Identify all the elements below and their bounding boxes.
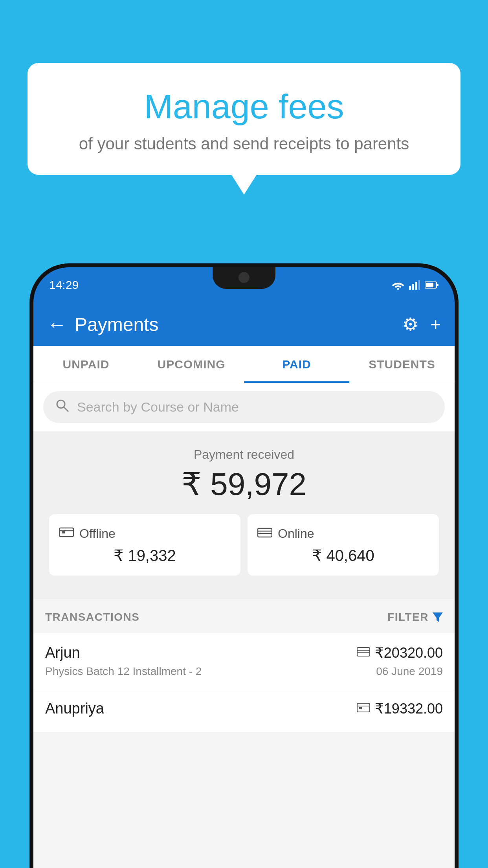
search-bar[interactable]: Search by Course or Name xyxy=(43,391,445,423)
offline-amount: ₹ 19,332 xyxy=(59,546,231,565)
add-button[interactable]: + xyxy=(430,314,441,335)
transaction-amount-wrap: ₹20320.00 xyxy=(357,645,443,661)
phone-frame: 14:29 xyxy=(33,267,455,868)
svg-point-0 xyxy=(397,288,399,290)
tab-students[interactable]: STUDENTS xyxy=(349,346,455,383)
phone-screen: ← Payments ⚙ + UNPAID UPCOMING PAID STUD… xyxy=(33,303,455,868)
signal-icon xyxy=(409,280,420,290)
camera xyxy=(238,272,250,283)
transaction-amount-wrap: ₹19332.00 xyxy=(357,701,443,717)
svg-rect-2 xyxy=(412,284,414,290)
search-container: Search by Course or Name xyxy=(33,383,455,431)
offline-card-header: Offline xyxy=(59,525,231,542)
payment-summary: Payment received ₹ 59,972 Offli xyxy=(33,432,455,599)
online-card: Online ₹ 40,640 xyxy=(248,514,439,576)
svg-rect-7 xyxy=(437,284,438,286)
back-button[interactable]: ← xyxy=(47,313,67,336)
online-amount: ₹ 40,640 xyxy=(257,546,429,565)
battery-icon xyxy=(425,281,439,289)
filter-icon xyxy=(433,612,443,622)
online-card-header: Online xyxy=(257,525,429,542)
wifi-icon xyxy=(392,280,404,290)
bubble-subtitle: of your students and send receipts to pa… xyxy=(47,134,441,153)
tab-paid[interactable]: PAID xyxy=(244,346,349,383)
transaction-amount: ₹20320.00 xyxy=(375,645,443,661)
payment-amount: ₹ 59,972 xyxy=(41,466,447,502)
phone-notch xyxy=(213,267,275,289)
app-header: ← Payments ⚙ + xyxy=(33,303,455,346)
transactions-label: TRANSACTIONS xyxy=(45,611,139,623)
filter-button[interactable]: FILTER xyxy=(387,611,443,623)
search-placeholder: Search by Course or Name xyxy=(77,399,239,415)
svg-rect-1 xyxy=(409,286,411,290)
speech-bubble: Manage fees of your students and send re… xyxy=(28,63,460,175)
svg-marker-16 xyxy=(433,612,443,622)
svg-rect-21 xyxy=(359,707,362,709)
transaction-amount: ₹19332.00 xyxy=(375,701,443,717)
svg-rect-13 xyxy=(258,528,272,537)
bubble-title: Manage fees xyxy=(47,86,441,127)
svg-rect-11 xyxy=(62,531,65,533)
transaction-name: Anupriya xyxy=(45,700,104,717)
offline-icon xyxy=(59,525,74,542)
transaction-top: Anupriya ₹19332.00 xyxy=(45,700,443,717)
transaction-bottom: Physics Batch 12 Installment - 2 06 June… xyxy=(45,665,443,678)
header-actions: ⚙ + xyxy=(402,314,441,335)
svg-rect-17 xyxy=(357,647,370,656)
status-icons xyxy=(392,280,439,290)
transaction-row[interactable]: Anupriya ₹19332.00 xyxy=(33,689,455,732)
online-icon xyxy=(257,525,272,542)
header-title: Payments xyxy=(75,314,394,335)
offline-payment-icon xyxy=(357,702,370,715)
transaction-top: Arjun ₹20320.00 xyxy=(45,644,443,661)
search-icon xyxy=(55,398,69,416)
svg-rect-6 xyxy=(426,283,433,287)
status-bar: 14:29 xyxy=(33,267,455,303)
transaction-row[interactable]: Arjun ₹20320.00 Physics Batch 12 Install… xyxy=(33,633,455,689)
online-label: Online xyxy=(278,526,314,541)
offline-card: Offline ₹ 19,332 xyxy=(49,514,240,576)
offline-label: Offline xyxy=(79,526,116,541)
tab-upcoming[interactable]: UPCOMING xyxy=(139,346,244,383)
svg-rect-10 xyxy=(59,528,73,537)
tab-unpaid[interactable]: UNPAID xyxy=(33,346,139,383)
transaction-date: 06 June 2019 xyxy=(376,665,443,678)
svg-rect-3 xyxy=(415,282,417,290)
svg-line-9 xyxy=(64,407,68,411)
payment-label: Payment received xyxy=(41,447,447,462)
payment-cards: Offline ₹ 19,332 Onli xyxy=(41,514,447,587)
status-time: 14:29 xyxy=(49,278,79,292)
svg-rect-4 xyxy=(418,280,420,290)
transactions-header: TRANSACTIONS FILTER xyxy=(33,599,455,633)
online-payment-icon xyxy=(357,646,370,660)
transaction-course: Physics Batch 12 Installment - 2 xyxy=(45,665,202,678)
tab-bar: UNPAID UPCOMING PAID STUDENTS xyxy=(33,346,455,383)
filter-label: FILTER xyxy=(387,611,429,623)
settings-icon[interactable]: ⚙ xyxy=(402,314,418,335)
transaction-name: Arjun xyxy=(45,644,80,661)
